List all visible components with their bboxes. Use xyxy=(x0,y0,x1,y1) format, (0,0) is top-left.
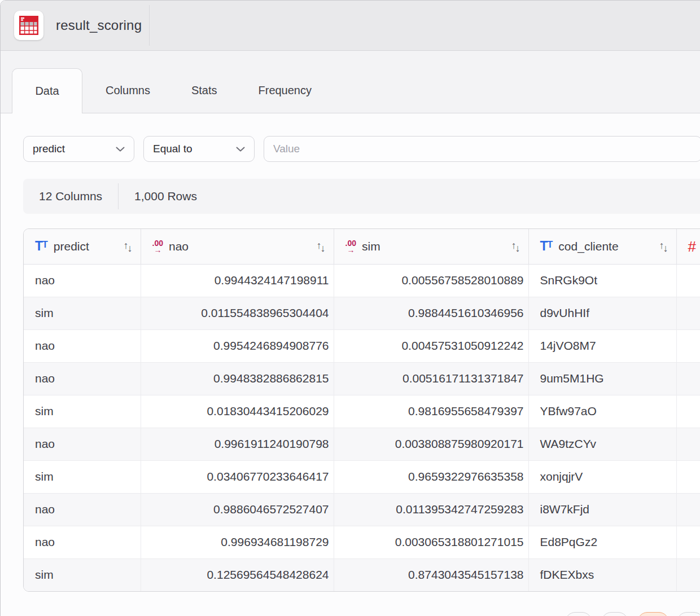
filter-column-value: predict xyxy=(33,143,65,155)
table-cell: fDKEXbxs xyxy=(528,558,676,591)
table-cell-clipped xyxy=(676,460,700,493)
table-cell: 0.9884451610346956 xyxy=(334,297,528,329)
table-row: nao0.9969346811987290.003065318801271015… xyxy=(24,526,700,558)
tab-stats-label: Stats xyxy=(191,84,217,97)
tab-frequency[interactable]: Frequency xyxy=(259,68,312,113)
table-cell: YBfw97aO xyxy=(528,395,676,428)
tab-stats[interactable]: Stats xyxy=(191,68,217,113)
table-cell-clipped xyxy=(676,558,700,591)
table-cell: 0.9961911240190798 xyxy=(141,428,334,460)
table-cell: nao xyxy=(24,526,141,558)
table-cell: 0.03406770233646417 xyxy=(141,460,334,493)
table-cell-clipped xyxy=(676,526,700,558)
table-row: sim0.0115548389653044040.988445161034695… xyxy=(24,297,700,329)
sort-icon[interactable]: ↑↓ xyxy=(124,241,133,252)
row-count: 1,000 Rows xyxy=(119,190,213,203)
table-row: nao0.99483828868628150.00516171131371847… xyxy=(24,362,700,395)
table-cell: SnRGk9Ot xyxy=(528,264,676,297)
table-cell: 0.00516171131371847 xyxy=(334,362,528,395)
sort-icon[interactable]: ↑↓ xyxy=(511,241,520,252)
table-cell: 0.9948382886862815 xyxy=(141,362,334,395)
data-table: TT predict ↑↓ .00→ nao ↑↓ xyxy=(23,228,700,592)
decimal-type-icon: .00→ xyxy=(152,239,163,254)
sort-icon[interactable]: ↑↓ xyxy=(659,241,668,252)
table-cell: nao xyxy=(24,428,141,460)
column-header-label: cod_cliente xyxy=(558,240,618,253)
pagination-button[interactable] xyxy=(601,612,628,616)
decimal-type-icon: .00→ xyxy=(345,239,356,254)
table-cell: nao xyxy=(24,264,141,297)
table-cell-clipped xyxy=(676,362,700,395)
table-row: sim0.018304434152060290.9816955658479397… xyxy=(24,395,700,428)
filter-value-input[interactable] xyxy=(264,136,700,162)
table-cell: Ed8PqGz2 xyxy=(528,526,676,558)
column-header-clipped[interactable]: # xyxy=(676,229,700,264)
table-cell: 0.00457531050912242 xyxy=(334,329,528,362)
chevron-down-icon xyxy=(236,147,245,152)
pagination-button[interactable] xyxy=(565,612,592,616)
sort-icon[interactable]: ↑↓ xyxy=(317,241,326,252)
table-cell: d9vUhHIf xyxy=(528,297,676,329)
table-cell: i8W7kFjd xyxy=(528,493,676,526)
table-cell: 0.9659322976635358 xyxy=(334,460,528,493)
table-cell-clipped xyxy=(676,428,700,460)
table-cell: sim xyxy=(24,297,141,329)
table-cell: nao xyxy=(24,362,141,395)
dataset-icon xyxy=(14,11,43,40)
table-cell: WA9tzCYv xyxy=(528,428,676,460)
table-cell: 0.9816955658479397 xyxy=(334,395,528,428)
table-cell-clipped xyxy=(676,395,700,428)
column-header-predict[interactable]: TT predict ↑↓ xyxy=(24,229,141,264)
table-grid-icon xyxy=(19,16,38,35)
text-type-icon: TT xyxy=(540,240,553,253)
column-count: 12 Columns xyxy=(23,190,118,203)
table-row: sim0.034067702336464170.9659322976635358… xyxy=(24,460,700,493)
filter-column-select[interactable]: predict xyxy=(23,136,134,162)
tab-columns[interactable]: Columns xyxy=(106,68,150,113)
table-cell: 14jVO8M7 xyxy=(528,329,676,362)
table-cell: 0.003808875980920171 xyxy=(334,428,528,460)
column-header-sim[interactable]: .00→ sim ↑↓ xyxy=(334,229,528,264)
table-cell: 0.9886046572527407 xyxy=(141,493,334,526)
app-window: result_scoring Data Columns Stats Freque… xyxy=(0,0,700,616)
tab-data[interactable]: Data xyxy=(12,68,82,113)
page-title: result_scoring xyxy=(56,17,142,33)
table-row: nao0.98860465725274070.01139534274725928… xyxy=(24,493,700,526)
table-cell: 9um5M1HG xyxy=(528,362,676,395)
table-body: nao0.99443241471989110.00556758528010889… xyxy=(24,264,700,591)
titlebar-divider xyxy=(149,5,150,46)
table-cell: 0.011554838965304404 xyxy=(141,297,334,329)
table-cell: sim xyxy=(24,558,141,591)
table-cell-clipped xyxy=(676,297,700,329)
table-row: nao0.99443241471989110.00556758528010889… xyxy=(24,264,700,297)
pagination-button[interactable] xyxy=(677,612,700,616)
pagination-button-active[interactable] xyxy=(637,612,669,616)
table-cell: nao xyxy=(24,329,141,362)
column-header-label: predict xyxy=(54,240,89,253)
table-cell: 0.01830443415206029 xyxy=(141,395,334,428)
filter-operator-select[interactable]: Equal to xyxy=(143,136,255,162)
table-cell: sim xyxy=(24,460,141,493)
table-row: nao0.99542468949087760.00457531050912242… xyxy=(24,329,700,362)
filter-row: predict Equal to xyxy=(23,136,700,162)
titlebar: result_scoring xyxy=(1,1,700,51)
chevron-down-icon xyxy=(116,147,125,152)
column-header-nao[interactable]: .00→ nao ↑↓ xyxy=(141,229,334,264)
tab-bar: Data Columns Stats Frequency xyxy=(1,51,700,113)
filter-operator-value: Equal to xyxy=(153,143,193,155)
table-cell: xonjqjrV xyxy=(528,460,676,493)
tab-data-label: Data xyxy=(35,85,59,98)
table-cell: sim xyxy=(24,395,141,428)
table-cell: 0.003065318801271015 xyxy=(334,526,528,558)
table-row: nao0.99619112401907980.00380887598092017… xyxy=(24,428,700,460)
table-cell: 0.9954246894908776 xyxy=(141,329,334,362)
table-cell-clipped xyxy=(676,493,700,526)
column-header-label: nao xyxy=(169,240,189,253)
column-header-label: sim xyxy=(362,240,380,253)
table-cell: 0.00556758528010889 xyxy=(334,264,528,297)
summary-bar: 12 Columns 1,000 Rows xyxy=(23,179,700,214)
hash-icon: # xyxy=(688,239,696,254)
text-type-icon: TT xyxy=(35,240,48,253)
column-header-cod-cliente[interactable]: TT cod_cliente ↑↓ xyxy=(528,229,676,264)
tab-frequency-label: Frequency xyxy=(259,84,312,97)
